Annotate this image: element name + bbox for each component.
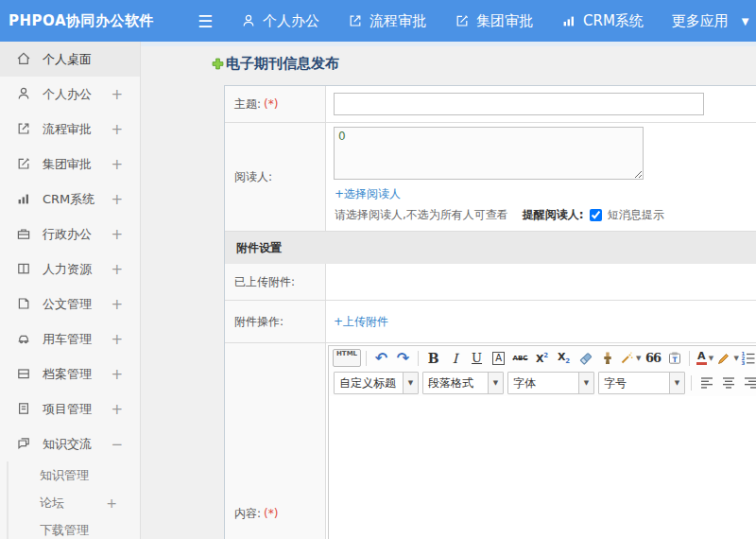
highlight-pen-button[interactable]: ▼ bbox=[716, 348, 738, 368]
combo-自定义标题[interactable]: 自定义标题▼ bbox=[334, 372, 419, 394]
top-nav-更多应用[interactable]: 更多应用 bbox=[672, 12, 729, 30]
doc-icon bbox=[16, 296, 32, 312]
expander-icon[interactable]: + bbox=[111, 86, 129, 103]
expander-icon[interactable]: + bbox=[111, 191, 129, 208]
caret-down-icon[interactable]: ▼ bbox=[488, 373, 503, 393]
superscript-button[interactable]: X2 bbox=[532, 348, 552, 368]
sms-notify-checkbox[interactable] bbox=[590, 209, 602, 221]
strikethrough-button[interactable]: ABC bbox=[510, 348, 530, 368]
sidebar-subitem-论坛[interactable]: 论坛+ bbox=[9, 489, 140, 516]
html-source-button[interactable]: HTML bbox=[333, 348, 361, 368]
svg-text:3: 3 bbox=[741, 360, 745, 366]
align-center-button[interactable] bbox=[718, 374, 738, 393]
remove-format-button[interactable] bbox=[576, 348, 595, 368]
top-nav-集团审批[interactable]: 集团审批 bbox=[455, 12, 533, 30]
subscript-button[interactable]: X2 bbox=[554, 348, 574, 368]
user-icon bbox=[241, 13, 256, 28]
sidebar-item-档案管理[interactable]: 档案管理+ bbox=[0, 356, 140, 391]
sidebar-subitem-下载管理[interactable]: 下载管理 bbox=[9, 516, 140, 539]
sidebar-item-行政办公[interactable]: 行政办公+ bbox=[0, 217, 140, 252]
redo-button[interactable]: ↷ bbox=[393, 348, 413, 368]
sidebar-subitem-label: 论坛 bbox=[40, 495, 106, 512]
chart-icon bbox=[16, 191, 32, 207]
sidebar-item-label: 公文管理 bbox=[43, 296, 111, 313]
menu-icon[interactable]: ☰ bbox=[198, 11, 241, 31]
undo-button[interactable]: ↶ bbox=[371, 348, 391, 368]
expander-icon[interactable]: + bbox=[111, 226, 129, 243]
hr-icon bbox=[16, 261, 32, 277]
sidebar-item-用车管理[interactable]: 用车管理+ bbox=[0, 322, 140, 356]
caret-down-icon[interactable]: ▼ bbox=[742, 16, 749, 26]
align-right-button[interactable] bbox=[740, 374, 756, 393]
bold-button[interactable]: B bbox=[423, 348, 443, 368]
ordered-list-button[interactable]: 123▼ bbox=[741, 348, 756, 368]
expander-icon[interactable]: + bbox=[106, 496, 140, 511]
sidebar-item-流程审批[interactable]: 流程审批+ bbox=[0, 112, 140, 147]
expander-icon[interactable]: + bbox=[111, 331, 129, 348]
sidebar-item-CRM系统[interactable]: CRM系统+ bbox=[0, 182, 140, 217]
italic-button[interactable]: I bbox=[445, 348, 465, 368]
sidebar-item-项目管理[interactable]: 项目管理+ bbox=[0, 391, 140, 426]
font-style-box-button[interactable]: A bbox=[489, 348, 508, 368]
upload-attachment-link[interactable]: +上传附件 bbox=[334, 314, 388, 330]
sidebar-item-label: 个人办公 bbox=[43, 86, 111, 103]
sidebar-item-label: 人力资源 bbox=[43, 261, 111, 278]
content-label: 内容: bbox=[234, 506, 261, 522]
blockquote-button[interactable]: 66 bbox=[643, 348, 662, 368]
top-nav-个人办公[interactable]: 个人办公 bbox=[241, 12, 319, 30]
combo-label: 字体 bbox=[508, 375, 578, 391]
sidebar-item-个人桌面[interactable]: 个人桌面 bbox=[0, 42, 140, 77]
flow-icon bbox=[348, 13, 363, 28]
caret-down-icon[interactable]: ▼ bbox=[669, 373, 684, 393]
combo-字体[interactable]: 字体▼ bbox=[507, 372, 594, 394]
readers-textarea[interactable] bbox=[334, 127, 644, 180]
sidebar-item-公文管理[interactable]: 公文管理+ bbox=[0, 287, 140, 322]
sidebar-item-label: 用车管理 bbox=[43, 331, 111, 348]
paste-as-text-button[interactable]: T bbox=[664, 348, 684, 368]
app-logo: PHPOA协同办公软件 bbox=[0, 12, 198, 30]
top-nav-CRM系统[interactable]: CRM系统 bbox=[561, 12, 644, 30]
sidebar-subitem-label: 下载管理 bbox=[40, 522, 117, 539]
archive-icon bbox=[16, 366, 32, 382]
sidebar-item-人力资源[interactable]: 人力资源+ bbox=[0, 252, 140, 287]
align-left-button[interactable] bbox=[696, 374, 716, 393]
combo-字号[interactable]: 字号▼ bbox=[598, 372, 685, 394]
readers-row: 阅读人: +选择阅读人 请选择阅读人,不选为所有人可查看 提醒阅读人: 短消息提… bbox=[225, 123, 756, 232]
editor-toolbar-row1: HTML↶↷BIUAABCX2X2▼66TA▼▼123▼ bbox=[329, 346, 756, 370]
required-mark: (*) bbox=[264, 507, 278, 520]
sidebar-item-集团审批[interactable]: 集团审批+ bbox=[0, 147, 140, 182]
expander-icon[interactable]: + bbox=[111, 296, 129, 313]
publish-form: 主题: (*) 阅读人: +选择阅读人 bbox=[224, 85, 756, 539]
sidebar-item-label: 行政办公 bbox=[43, 226, 111, 243]
subject-input[interactable] bbox=[334, 93, 704, 115]
caret-down-icon[interactable]: ▼ bbox=[578, 373, 593, 393]
sidebar-subitem-知识管理[interactable]: 知识管理 bbox=[9, 461, 140, 489]
sidebar-item-label: 流程审批 bbox=[43, 121, 111, 138]
expander-icon[interactable]: + bbox=[111, 366, 129, 383]
top-nav-流程审批[interactable]: 流程审批 bbox=[348, 12, 426, 30]
font-color-button[interactable]: A▼ bbox=[695, 348, 714, 368]
select-readers-link[interactable]: +选择阅读人 bbox=[335, 186, 756, 202]
sidebar-item-个人办公[interactable]: 个人办公+ bbox=[0, 77, 140, 112]
expander-icon[interactable]: + bbox=[111, 156, 129, 173]
sidebar-item-知识交流[interactable]: 知识交流− bbox=[0, 426, 140, 461]
editor-content-area[interactable] bbox=[329, 396, 756, 539]
expander-icon[interactable]: + bbox=[111, 261, 129, 278]
expander-icon[interactable]: + bbox=[111, 401, 129, 418]
expander-icon[interactable]: − bbox=[111, 436, 129, 453]
admin-icon bbox=[16, 226, 32, 242]
subject-row: 主题: (*) bbox=[225, 86, 756, 123]
sidebar-subitem-label: 知识管理 bbox=[40, 467, 117, 484]
expander-icon[interactable]: + bbox=[111, 121, 129, 138]
combo-label: 字号 bbox=[599, 375, 669, 391]
chat-icon bbox=[16, 436, 32, 452]
subject-label: 主题: bbox=[234, 96, 261, 113]
uploaded-value bbox=[326, 264, 756, 300]
underline-button[interactable]: U bbox=[467, 348, 487, 368]
top-bar: PHPOA协同办公软件 ☰ 个人办公流程审批集团审批CRM系统更多应用 ▼ bbox=[0, 0, 756, 42]
combo-label: 段落格式 bbox=[423, 375, 488, 391]
combo-段落格式[interactable]: 段落格式▼ bbox=[422, 372, 504, 394]
caret-down-icon[interactable]: ▼ bbox=[403, 373, 418, 393]
auto-typeset-button[interactable]: ▼ bbox=[619, 348, 641, 368]
format-painter-button[interactable] bbox=[597, 348, 617, 368]
